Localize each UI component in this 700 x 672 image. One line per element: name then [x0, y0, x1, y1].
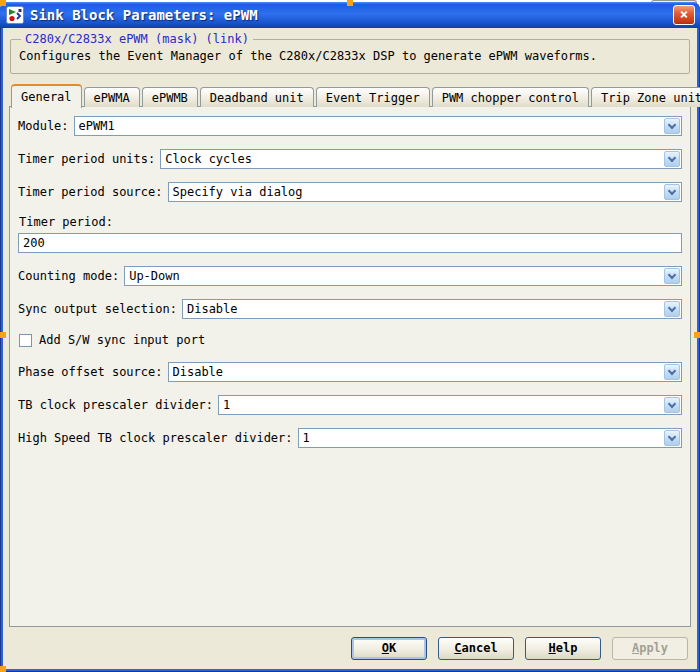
- ok-button[interactable]: OK: [351, 637, 427, 660]
- button-bar: OK Cancel Help Apply: [9, 627, 691, 669]
- module-label: Module:: [18, 119, 69, 133]
- close-icon[interactable]: ×: [673, 5, 695, 25]
- simulink-icon: [6, 6, 24, 24]
- sw-sync-input-port-label: Add S/W sync input port: [39, 333, 205, 347]
- selection-handle: [0, 332, 6, 338]
- module-row: Module: ePWM1: [18, 116, 682, 136]
- timer-period-units-select[interactable]: Clock cycles: [160, 149, 682, 169]
- hs-tb-clock-prescaler-row: High Speed TB clock prescaler divider: 1: [18, 428, 682, 448]
- module-value: ePWM1: [79, 119, 115, 133]
- hs-tb-clock-prescaler-label: High Speed TB clock prescaler divider:: [18, 431, 293, 445]
- dialog-client-area: C280x/C2833x ePWM (mask) (link) Configur…: [3, 28, 697, 669]
- tab-pwm-chopper-control[interactable]: PWM chopper control: [432, 87, 589, 107]
- chevron-down-icon[interactable]: [664, 301, 680, 317]
- counting-mode-label: Counting mode:: [18, 269, 119, 283]
- tab-general[interactable]: General: [11, 84, 82, 108]
- cancel-button[interactable]: Cancel: [438, 637, 514, 660]
- counting-mode-row: Counting mode: Up-Down: [18, 266, 682, 286]
- hs-tb-clock-prescaler-select[interactable]: 1: [298, 428, 682, 448]
- tb-clock-prescaler-value: 1: [223, 398, 230, 412]
- chevron-down-icon[interactable]: [664, 268, 680, 284]
- selection-handle: [694, 332, 700, 338]
- window-title: Sink Block Parameters: ePWM: [30, 7, 258, 23]
- tb-clock-prescaler-label: TB clock prescaler divider:: [18, 398, 213, 412]
- tab-panel-general: Module: ePWM1 Timer period units: Clock …: [9, 106, 691, 627]
- timer-period-label: Timer period:: [19, 215, 682, 229]
- tab-deadband-unit[interactable]: Deadband unit: [200, 87, 314, 107]
- tab-epwma[interactable]: ePWMA: [84, 87, 140, 107]
- counting-mode-select[interactable]: Up-Down: [124, 266, 682, 286]
- sync-output-selection-value: Disable: [187, 302, 238, 316]
- tb-clock-prescaler-select[interactable]: 1: [218, 395, 682, 415]
- help-button[interactable]: Help: [525, 637, 601, 660]
- chevron-down-icon[interactable]: [664, 151, 680, 167]
- timer-period-source-label: Timer period source:: [18, 185, 163, 199]
- counting-mode-value: Up-Down: [129, 269, 180, 283]
- sw-sync-input-port-row: Add S/W sync input port: [19, 332, 682, 348]
- apply-button: Apply: [612, 637, 688, 660]
- sink-block-parameters-dialog: Sink Block Parameters: ePWM × C280x/C283…: [0, 2, 700, 672]
- hs-tb-clock-prescaler-value: 1: [303, 431, 310, 445]
- chevron-down-icon[interactable]: [664, 397, 680, 413]
- timer-period-units-row: Timer period units: Clock cycles: [18, 149, 682, 169]
- timer-period-input[interactable]: [18, 233, 682, 253]
- phase-offset-source-label: Phase offset source:: [18, 365, 163, 379]
- timer-period-units-label: Timer period units:: [18, 152, 155, 166]
- chevron-down-icon[interactable]: [664, 184, 680, 200]
- mask-group-box: C280x/C2833x ePWM (mask) (link) Configur…: [10, 32, 690, 74]
- chevron-down-icon[interactable]: [664, 364, 680, 380]
- phase-offset-source-value: Disable: [173, 365, 224, 379]
- module-select[interactable]: ePWM1: [74, 116, 682, 136]
- tb-clock-prescaler-row: TB clock prescaler divider: 1: [18, 395, 682, 415]
- tab-event-trigger[interactable]: Event Trigger: [316, 87, 430, 107]
- selection-handle: [0, 0, 6, 6]
- timer-period-units-value: Clock cycles: [165, 152, 252, 166]
- tab-epwmb[interactable]: ePWMB: [142, 87, 198, 107]
- phase-offset-source-select[interactable]: Disable: [168, 362, 683, 382]
- phase-offset-source-row: Phase offset source: Disable: [18, 362, 682, 382]
- mask-description: Configures the Event Manager of the C280…: [19, 49, 683, 63]
- sync-output-selection-label: Sync output selection:: [18, 302, 177, 316]
- sync-output-selection-select[interactable]: Disable: [182, 299, 682, 319]
- selection-handle: [347, 0, 353, 6]
- tab-strip: General ePWMA ePWMB Deadband unit Event …: [11, 84, 691, 107]
- timer-period-source-value: Specify via dialog: [173, 185, 303, 199]
- sync-output-selection-row: Sync output selection: Disable: [18, 299, 682, 319]
- selection-handle: [0, 666, 6, 672]
- chevron-down-icon[interactable]: [664, 430, 680, 446]
- sw-sync-input-port-checkbox[interactable]: [19, 334, 32, 347]
- mask-type-label: C280x/C2833x ePWM (mask) (link): [21, 32, 253, 46]
- tab-trip-zone-unit[interactable]: Trip Zone unit: [591, 87, 700, 107]
- timer-period-source-select[interactable]: Specify via dialog: [168, 182, 683, 202]
- chevron-down-icon[interactable]: [664, 118, 680, 134]
- timer-period-source-row: Timer period source: Specify via dialog: [18, 182, 682, 202]
